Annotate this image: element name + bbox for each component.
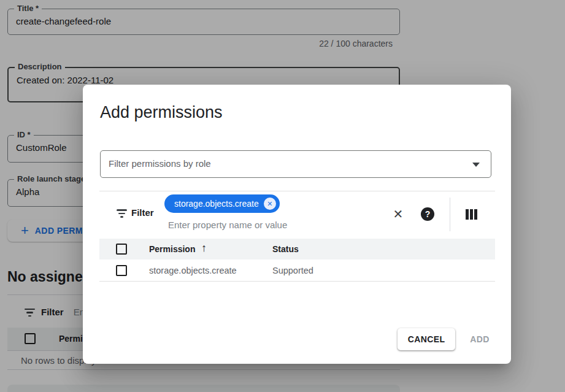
help-icon[interactable]: ? (421, 207, 434, 221)
row-status: Supported (272, 266, 313, 275)
table-row[interactable]: storage.objects.create Supported (99, 259, 495, 282)
status-column-header: Status (272, 244, 299, 254)
role-select-value: Filter permissions by role (109, 158, 211, 169)
add-permissions-dialog: Add permissions Filter permissions by ro… (83, 85, 511, 364)
add-button[interactable]: ADD (463, 328, 496, 350)
modal-filter-label: Filter (131, 207, 154, 218)
clear-filters-icon[interactable]: ✕ (390, 206, 407, 222)
permission-column-header[interactable]: Permission (149, 244, 195, 254)
create-role-page: Title * create-changefeed-role 22 / 100 … (0, 0, 565, 392)
cancel-button[interactable]: CANCEL (398, 328, 455, 350)
row-checkbox[interactable] (116, 265, 127, 276)
modal-table-header: Permission ↑ Status (99, 239, 495, 259)
chevron-down-icon (472, 163, 480, 167)
dialog-title: Add permissions (100, 103, 223, 122)
divider (99, 191, 495, 191)
modal-filter-input[interactable]: Enter property name or value (168, 220, 287, 230)
row-permission: storage.objects.create (149, 266, 237, 275)
chip-remove-icon[interactable]: ✕ (264, 198, 276, 210)
select-all-checkbox[interactable] (116, 244, 127, 255)
filter-chip-storage-objects-create[interactable]: storage.objects.create ✕ (164, 194, 280, 213)
filter-icon (117, 209, 127, 218)
filter-chip-label: storage.objects.create (174, 199, 259, 209)
divider (450, 198, 450, 231)
filter-permissions-by-role-select[interactable]: Filter permissions by role (100, 150, 491, 178)
sort-ascending-icon[interactable]: ↑ (201, 242, 207, 255)
column-display-options-icon[interactable] (466, 209, 479, 220)
